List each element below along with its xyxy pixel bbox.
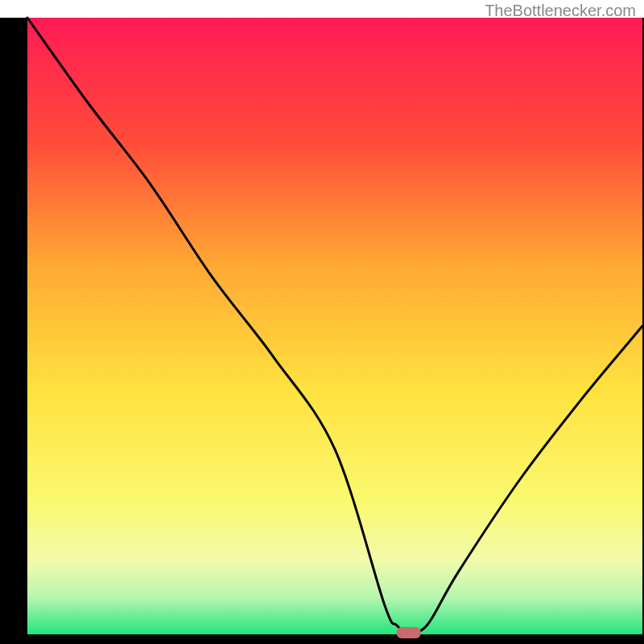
optimal-marker: [397, 627, 421, 638]
watermark-text: TheBottleneсker.com: [485, 2, 636, 20]
plot-background: [27, 18, 642, 634]
axis-left: [0, 18, 27, 644]
axis-bottom: [0, 634, 644, 644]
chart-container: TheBottleneсker.com: [0, 0, 644, 644]
bottleneck-chart: [0, 0, 644, 644]
